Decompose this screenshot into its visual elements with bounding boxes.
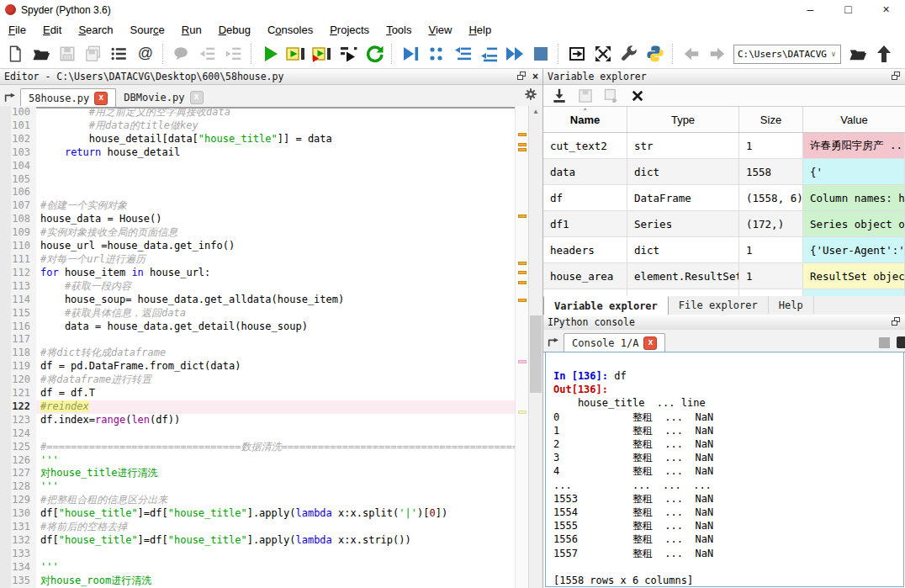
menu-item-run[interactable]: Run	[173, 21, 210, 39]
forward-button[interactable]	[704, 42, 730, 66]
console-tab[interactable]: Console 1/A x	[564, 333, 665, 352]
warning-flag-icon[interactable]	[518, 299, 527, 302]
scrollbar-up-arrow-icon[interactable]: ▲	[529, 106, 542, 118]
warning-flag-icon[interactable]	[518, 262, 527, 265]
code-area[interactable]: 100 #用之前定义的空字典接收data101 #用data的title做key…	[0, 106, 515, 588]
comment-button[interactable]	[168, 42, 194, 66]
editor-tab-DBMovie.py[interactable]: DBMovie.pyx	[116, 88, 210, 107]
pane-tab-variable-explorer[interactable]: Variable explorer	[543, 296, 669, 315]
cell-value[interactable]: Column names: h…	[803, 185, 905, 210]
cell-size[interactable]: (172,)	[739, 211, 803, 236]
menu-item-edit[interactable]: Edit	[34, 21, 70, 39]
preferences-wrench-button[interactable]	[616, 42, 642, 66]
remove-variable-button[interactable]	[624, 84, 650, 109]
cell-type[interactable]: dict	[627, 159, 739, 184]
menu-item-help[interactable]: Help	[460, 21, 500, 39]
close-tab-icon[interactable]: x	[190, 91, 204, 104]
table-row-df[interactable]: dfDataFrame(1558, 6)Column names: h…	[543, 185, 905, 211]
warning-flag-icon[interactable]	[518, 148, 527, 151]
column-header-name[interactable]: ⌃Name	[543, 107, 627, 132]
browse-tabs-icon[interactable]	[0, 88, 20, 107]
cell-value[interactable]: ResultSet objec…	[803, 263, 905, 289]
debug-cell-button[interactable]	[423, 42, 449, 66]
run-selection-button[interactable]	[335, 42, 361, 66]
cell-value[interactable]: {'User-Agent':'…	[803, 237, 905, 262]
warning-flag-icon[interactable]	[518, 133, 527, 136]
maximize-pane-button[interactable]	[590, 42, 616, 66]
column-header-type[interactable]: Type	[627, 107, 739, 132]
debug-file-button[interactable]	[397, 42, 423, 66]
cell-type[interactable]: str	[627, 133, 739, 158]
open-file-button[interactable]	[28, 42, 54, 66]
python-logo-icon[interactable]	[642, 42, 668, 66]
goto-definition-button[interactable]: @	[132, 42, 158, 66]
save-data-as-button[interactable]	[598, 84, 624, 109]
cell-name[interactable]: df1	[543, 211, 627, 236]
interrupt-kernel-icon[interactable]	[879, 337, 890, 348]
column-header-value[interactable]: Value	[803, 107, 905, 132]
file-switcher-button[interactable]	[106, 42, 132, 66]
cell-value[interactable]: {'	[803, 159, 905, 184]
browse-working-directory-button[interactable]	[844, 42, 871, 66]
warning-flag-icon[interactable]	[518, 215, 527, 218]
undock-pane-icon[interactable]	[516, 71, 527, 83]
new-window-button[interactable]	[564, 42, 590, 66]
run-file-button[interactable]	[257, 42, 283, 66]
maximize-button[interactable]: □	[829, 0, 867, 19]
scrollbar-thumb[interactable]	[530, 315, 542, 393]
indent-button[interactable]	[220, 42, 246, 66]
parent-directory-button[interactable]	[871, 42, 897, 66]
table-row-headers[interactable]: headersdict1{'User-Agent':'…	[543, 237, 905, 263]
close-button[interactable]: ×	[867, 0, 905, 19]
new-file-button[interactable]	[2, 42, 28, 66]
continue-button[interactable]	[501, 42, 527, 66]
console-options-icon[interactable]	[897, 336, 905, 348]
cell-value[interactable]: 许春勇阳宇房产 ...	[803, 133, 905, 158]
warning-flag-icon[interactable]	[518, 281, 527, 284]
warning-flag-icon[interactable]	[518, 143, 527, 146]
unindent-button[interactable]	[194, 42, 220, 66]
editor-tab-58house.py[interactable]: 58house.pyx	[20, 88, 116, 107]
close-tab-icon[interactable]: x	[643, 336, 657, 350]
editor-options-gear-icon[interactable]	[524, 87, 537, 104]
menu-item-file[interactable]: File	[0, 21, 34, 39]
run-cell-advance-button[interactable]	[309, 42, 335, 66]
menu-item-consoles[interactable]: Consoles	[259, 21, 321, 39]
menu-item-debug[interactable]: Debug	[210, 21, 259, 39]
save-data-button[interactable]	[572, 84, 598, 109]
menu-item-projects[interactable]: Projects	[321, 21, 378, 39]
cell-type[interactable]: element.ResultSet	[627, 263, 739, 289]
menu-item-source[interactable]: Source	[122, 21, 173, 39]
stop-debug-button[interactable]	[527, 42, 553, 66]
cell-type[interactable]: dict	[627, 237, 739, 262]
cell-size[interactable]: 1	[739, 263, 803, 289]
cell-name[interactable]: headers	[543, 237, 627, 262]
save-file-button[interactable]	[54, 42, 80, 66]
highlight-flag[interactable]	[518, 411, 527, 414]
editor-vertical-scrollbar[interactable]: ▲	[528, 106, 542, 588]
pane-tab-help[interactable]: Help	[769, 296, 814, 314]
step-return-button[interactable]	[475, 42, 501, 66]
chevron-down-icon[interactable]: ∨	[827, 45, 840, 63]
undock-pane-icon[interactable]	[891, 71, 901, 83]
cell-size[interactable]: 1	[739, 237, 803, 262]
menu-item-view[interactable]: View	[420, 21, 460, 39]
cell-type[interactable]: Series	[627, 211, 739, 236]
current-line-flag[interactable]	[518, 360, 527, 363]
table-row-house_area[interactable]: house_areaelement.ResultSet1ResultSet ob…	[543, 263, 905, 289]
browse-tabs-icon[interactable]	[543, 333, 564, 352]
rerun-button[interactable]	[361, 42, 387, 66]
step-into-button[interactable]	[449, 42, 475, 66]
back-button[interactable]	[678, 42, 704, 66]
warning-flag-icon[interactable]	[518, 271, 527, 274]
cell-type[interactable]: DataFrame	[627, 185, 739, 210]
table-row-cut_text2[interactable]: cut_text2str1许春勇阳宇房产 ...	[543, 133, 905, 159]
run-cell-button[interactable]	[283, 42, 309, 66]
table-row-data[interactable]: datadict1558{'	[543, 159, 905, 185]
undock-pane-icon[interactable]	[891, 316, 901, 329]
cell-name[interactable]: data	[543, 159, 627, 184]
pane-tab-file-explorer[interactable]: File explorer	[669, 296, 769, 314]
column-header-size[interactable]: Size	[739, 107, 803, 132]
working-directory-combobox[interactable]: C:\Users\DATACVG ∨	[733, 45, 841, 64]
close-tab-icon[interactable]: x	[94, 92, 108, 105]
